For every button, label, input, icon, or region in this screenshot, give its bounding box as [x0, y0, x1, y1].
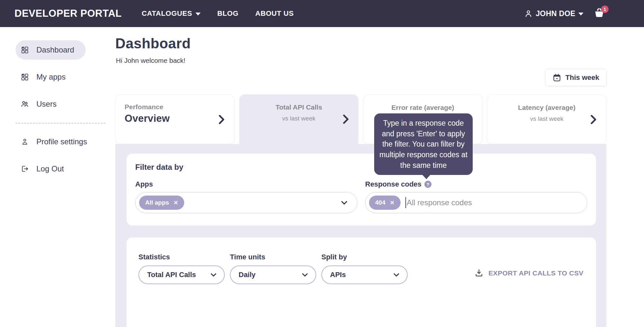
statistics-panel: Statistics Total API Calls Time units Da…	[127, 237, 596, 327]
response-codes-filter-field: Response codes ? 404 ✕	[365, 180, 587, 213]
caret-down-icon	[195, 13, 201, 15]
split-by-control: Split by APIs	[321, 253, 408, 284]
time-units-label: Time units	[230, 253, 316, 261]
apps-filter-label: Apps	[135, 180, 357, 188]
apps-filter-chip: All apps ✕	[139, 196, 184, 210]
sidebar-item-users[interactable]: Users	[15, 94, 82, 114]
chevron-right-icon	[342, 114, 349, 124]
download-icon	[474, 268, 484, 278]
help-icon[interactable]: ?	[424, 181, 431, 188]
brand-logo: DEVELOPER PORTAL	[14, 8, 122, 19]
sidebar-item-my-apps[interactable]: My apps	[15, 67, 82, 87]
logout-icon	[21, 165, 29, 173]
nav-item-catalogues[interactable]: CATALOGUES	[142, 9, 201, 18]
basket-button[interactable]: 1	[593, 7, 605, 20]
card-title: Latency (average)	[497, 104, 597, 111]
users-icon	[21, 100, 29, 108]
calendar-icon	[553, 73, 561, 82]
card-title: Total API Calls	[248, 103, 349, 111]
chevron-down-icon	[209, 271, 218, 279]
statistics-label: Statistics	[138, 253, 225, 261]
response-codes-filter-label: Response codes ?	[365, 180, 587, 188]
text-cursor	[405, 197, 406, 208]
response-codes-input[interactable]	[407, 198, 579, 207]
response-code-chip: 404 ✕	[369, 196, 401, 210]
user-menu[interactable]: JOHN DOE	[524, 9, 583, 18]
filter-panel-heading: Filter data by	[135, 163, 587, 172]
card-latency[interactable]: Latency (average) vs last week	[487, 94, 606, 144]
chevron-down-icon	[340, 198, 349, 207]
nav-item-blog[interactable]: BLOG	[217, 9, 239, 18]
sidebar-item-label: Users	[36, 100, 57, 109]
sidebar-item-label: My apps	[36, 72, 66, 82]
topbar-right: JOHN DOE 1	[524, 7, 605, 20]
response-codes-input-box[interactable]: 404 ✕	[365, 192, 587, 213]
page-title: Dashboard	[115, 35, 191, 52]
time-units-select[interactable]: Daily	[230, 265, 316, 284]
split-by-select[interactable]: APIs	[321, 265, 408, 284]
person-icon	[21, 138, 29, 146]
card-total-api-calls[interactable]: Total API Calls vs last week	[239, 94, 358, 145]
time-units-control: Time units Daily	[230, 253, 316, 284]
export-csv-button[interactable]: EXPORT API CALLS TO CSV	[474, 268, 583, 278]
apps-filter-field: Apps All apps ✕	[135, 180, 357, 213]
remove-chip-icon[interactable]: ✕	[390, 199, 394, 206]
card-title: Error rate (average)	[373, 104, 473, 111]
apps-filter-select[interactable]: All apps ✕	[135, 192, 357, 213]
grid-check-icon	[21, 46, 29, 54]
date-range-button[interactable]: This week	[545, 69, 607, 86]
stat-cards-row: Perfomance Overview Total API Calls vs l…	[115, 94, 606, 145]
card-subtitle: vs last week	[497, 115, 597, 122]
sidebar-item-label: Dashboard	[36, 45, 74, 54]
card-subtitle: vs last week	[248, 115, 349, 122]
statistics-select[interactable]: Total API Calls	[138, 265, 225, 284]
sidebar-item-dashboard[interactable]: Dashboard	[15, 40, 86, 60]
sidebar: Dashboard My apps Users	[0, 27, 115, 327]
statistics-control: Statistics Total API Calls	[138, 253, 225, 284]
card-performance-overview[interactable]: Perfomance Overview	[115, 94, 234, 144]
top-navigation: CATALOGUES BLOG ABOUT US	[142, 9, 294, 18]
card-eyebrow: Perfomance	[125, 103, 225, 111]
sidebar-item-profile-settings[interactable]: Profile settings	[15, 132, 99, 151]
split-by-label: Split by	[321, 253, 408, 261]
user-icon	[524, 9, 533, 18]
chevron-down-icon	[392, 271, 401, 279]
tooltip-text: Type in a response code and press 'Enter…	[379, 119, 468, 169]
tooltip-tail	[422, 175, 431, 179]
chevron-right-icon	[218, 115, 225, 124]
greeting-text: Hi John welcome back!	[116, 57, 185, 64]
nav-item-about-us[interactable]: ABOUT US	[255, 9, 294, 18]
remove-chip-icon[interactable]: ✕	[174, 199, 178, 206]
sidebar-item-label: Log Out	[36, 164, 64, 173]
chevron-right-icon	[590, 115, 597, 124]
main-content: Dashboard Hi John welcome back! This wee…	[115, 27, 644, 327]
caret-down-icon	[578, 13, 583, 15]
app-screen: DEVELOPER PORTAL CATALOGUES BLOG ABOUT U…	[0, 0, 644, 327]
sidebar-item-log-out[interactable]: Log Out	[15, 159, 82, 178]
basket-count-badge: 1	[601, 5, 609, 13]
chevron-down-icon	[301, 271, 309, 279]
topbar: DEVELOPER PORTAL CATALOGUES BLOG ABOUT U…	[0, 0, 644, 27]
filter-panel: Filter data by Apps All apps ✕	[127, 154, 596, 226]
sidebar-item-label: Profile settings	[36, 137, 87, 146]
response-codes-tooltip: Type in a response code and press 'Enter…	[374, 113, 473, 175]
card-title: Overview	[125, 113, 225, 124]
user-name: JOHN DOE	[536, 9, 575, 18]
grid-check-icon	[21, 73, 29, 81]
content-band: Filter data by Apps All apps ✕	[115, 144, 606, 327]
sidebar-divider	[15, 123, 106, 124]
